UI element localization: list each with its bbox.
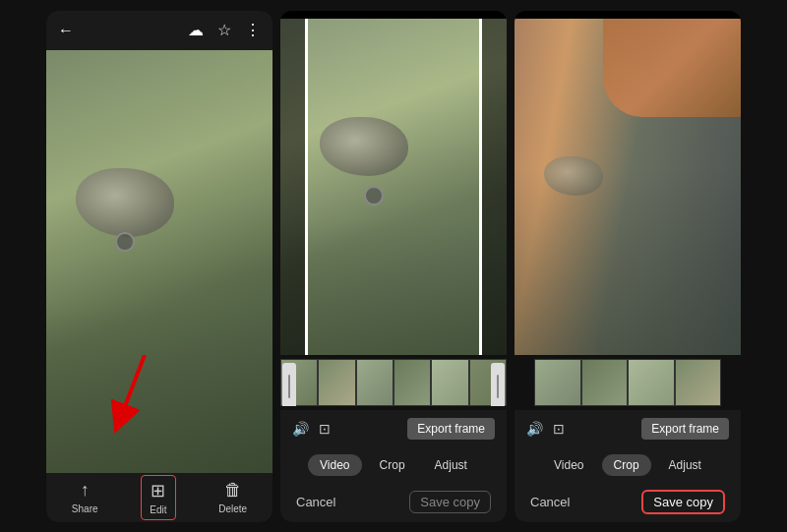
frame-4 <box>431 359 468 406</box>
tab-adjust-3[interactable]: Adjust <box>657 454 713 476</box>
circle-marker-2 <box>364 186 384 206</box>
frame-3-1 <box>581 359 629 406</box>
frame-3-0 <box>534 359 581 406</box>
timeline-frames <box>280 359 507 406</box>
rock-shape <box>76 168 174 237</box>
phone-3: 🔊 ⊡ Export frame Video Crop Adjust Cance… <box>515 11 741 522</box>
timeline-frames-3 <box>534 359 721 406</box>
frame-1 <box>318 359 355 406</box>
phone1-topbar: ← ☁ ☆ ⋮ <box>46 11 272 50</box>
phone2-timeline <box>280 355 507 410</box>
edit-label: Edit <box>150 504 166 515</box>
tab-crop-3[interactable]: Crop <box>602 454 651 476</box>
save-copy-btn-3[interactable]: Save copy <box>641 490 725 514</box>
phone3-controls: 🔊 ⊡ Export frame <box>515 410 741 447</box>
main-container: ← ☁ ☆ ⋮ <box>0 0 787 532</box>
frame-2 <box>356 359 394 406</box>
edit-icon: ⊞ <box>151 480 165 502</box>
back-icon[interactable]: ← <box>58 22 74 39</box>
frame-3-3 <box>675 359 722 406</box>
frame-3-2 <box>628 359 675 406</box>
more-icon[interactable]: ⋮ <box>245 21 261 39</box>
star-icon[interactable]: ☆ <box>217 21 231 39</box>
logs-shape <box>603 19 741 117</box>
phone2-tabs: Video Crop Adjust <box>280 447 507 483</box>
tab-video-3[interactable]: Video <box>542 454 595 476</box>
phone1-bottom-nav: ↑ Share ⊞ Edit 🗑 Delete <box>46 473 272 522</box>
grass-overlay-2 <box>280 220 507 355</box>
phone2-controls: 🔊 ⊡ Export frame <box>280 410 507 447</box>
phone2-video <box>280 19 507 355</box>
edit-nav-item[interactable]: ⊞ Edit <box>141 475 175 520</box>
share-nav-item[interactable]: ↑ Share <box>64 476 106 518</box>
phone1-video-bg <box>46 50 272 473</box>
frame-3 <box>394 359 431 406</box>
cancel-btn-3[interactable]: Cancel <box>530 495 570 509</box>
phone3-bottombar: Cancel Save copy <box>515 483 741 522</box>
svg-line-1 <box>120 355 145 419</box>
phone-1: ← ☁ ☆ ⋮ <box>46 11 272 522</box>
delete-nav-item[interactable]: 🗑 Delete <box>211 476 255 518</box>
subtitle-icon-2[interactable]: ⊡ <box>319 421 331 437</box>
save-copy-btn-2[interactable]: Save copy <box>409 491 491 513</box>
phone3-video-bg <box>515 19 741 355</box>
tab-video-2[interactable]: Video <box>308 454 361 476</box>
handle-line-left <box>288 375 290 398</box>
timeline-handle-right[interactable] <box>491 363 505 406</box>
tab-crop-2[interactable]: Crop <box>368 454 417 476</box>
circle-marker <box>115 232 135 252</box>
phone3-tabs: Video Crop Adjust <box>515 447 741 483</box>
share-label: Share <box>72 503 98 514</box>
phone2-bottombar: Cancel Save copy <box>280 483 507 522</box>
red-arrow-svg <box>105 355 164 443</box>
tab-adjust-2[interactable]: Adjust <box>423 454 479 476</box>
top-bar-icons: ☁ ☆ ⋮ <box>188 21 261 39</box>
phone3-timeline <box>515 355 741 410</box>
subtitle-icon-3[interactable]: ⊡ <box>553 421 565 437</box>
delete-label: Delete <box>218 503 247 514</box>
share-icon: ↑ <box>81 480 90 501</box>
export-frame-btn-2[interactable]: Export frame <box>407 418 495 440</box>
grass-overlay-3 <box>515 169 741 354</box>
cloud-icon[interactable]: ☁ <box>188 21 204 39</box>
phone2-video-bg <box>280 19 507 355</box>
rock-shape-3 <box>544 156 603 196</box>
phone1-video <box>46 50 272 473</box>
cancel-btn-2[interactable]: Cancel <box>296 495 335 509</box>
delete-icon: 🗑 <box>224 480 242 501</box>
volume-icon-2[interactable]: 🔊 <box>292 421 309 437</box>
volume-icon-3[interactable]: 🔊 <box>526 421 543 437</box>
export-frame-btn-3[interactable]: Export frame <box>641 418 729 440</box>
timeline-handle-left[interactable] <box>282 363 296 406</box>
handle-line-right <box>497 375 499 398</box>
phone-2: 🔊 ⊡ Export frame Video Crop Adjust Cance… <box>280 11 507 522</box>
rock-shape-2 <box>320 117 408 176</box>
phone3-video <box>515 19 741 355</box>
